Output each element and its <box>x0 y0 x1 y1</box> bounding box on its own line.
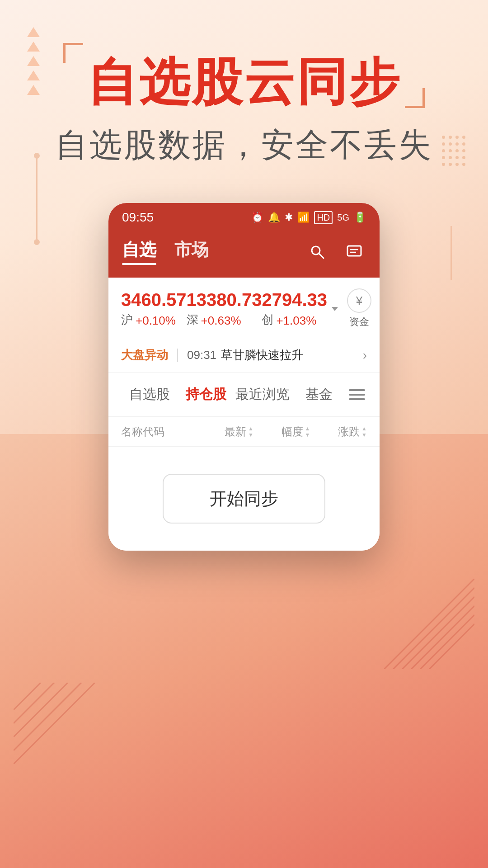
sort-range: ▲▼ <box>305 425 310 438</box>
menu-line-2 <box>349 394 365 396</box>
shanghai-value: 3460.57 <box>121 290 187 310</box>
col-range[interactable]: 幅度 ▲▼ <box>253 425 310 439</box>
message-icon[interactable] <box>343 240 366 264</box>
stock-tab-bar: 自选股 持仓股 最近浏览 基金 <box>108 373 380 417</box>
shanghai-change: +0.10% <box>136 314 176 328</box>
funds-label: 资金 <box>349 315 369 329</box>
shenzhen-value: 13380.73 <box>187 290 262 310</box>
chuangye-value: 2794.33 <box>262 290 327 310</box>
tab-recent[interactable]: 最近浏览 <box>234 382 291 407</box>
search-icon[interactable] <box>305 240 329 264</box>
svg-line-12 <box>319 254 324 258</box>
tab-fund[interactable]: 基金 <box>291 382 347 407</box>
alert-bar[interactable]: 大盘异动 09:31 草甘膦快速拉升 › <box>108 338 380 373</box>
tab-holdings[interactable]: 持仓股 <box>178 382 234 407</box>
sort-change: ▲▼ <box>361 425 367 438</box>
index-chuangye: 2794.33 创 +1.03% <box>262 290 327 328</box>
tab-menu-icon[interactable] <box>347 389 367 400</box>
main-content: 自选股云同步 自选股数据，安全不丢失 09:55 ⏰ 🔔 ✱ 📶 HD 5G 🔋… <box>0 0 488 868</box>
sort-latest: ▲▼ <box>248 425 253 438</box>
alert-tag: 大盘异动 <box>121 347 168 363</box>
network-label: 5G <box>337 212 349 223</box>
chuangye-name: 创 <box>262 312 273 328</box>
alert-divider <box>177 349 178 362</box>
chuangye-change: +1.03% <box>276 314 316 328</box>
menu-line-3 <box>349 398 365 400</box>
index-shanghai: 3460.57 沪 +0.10% <box>121 290 187 328</box>
wifi-icon: 📶 <box>297 212 310 223</box>
market-indices: 3460.57 沪 +0.10% 13380.73 深 +0.63% 2794.… <box>108 278 380 338</box>
funds-button[interactable]: ¥ 资金 <box>347 288 371 329</box>
hd-label: HD <box>314 211 333 224</box>
hero-title: 自选股云同步 <box>36 54 452 110</box>
table-header: 名称代码 最新 ▲▼ 幅度 ▲▼ 涨跌 ▲▼ <box>108 417 380 447</box>
col-latest[interactable]: 最新 ▲▼ <box>197 425 253 439</box>
svg-rect-13 <box>347 246 361 256</box>
phone-mockup: 09:55 ⏰ 🔔 ✱ 📶 HD 5G 🔋 自选 市场 <box>108 203 380 551</box>
notification-icon: 🔔 <box>268 212 280 223</box>
sync-button[interactable]: 开始同步 <box>163 474 325 524</box>
nav-tabs: 自选 市场 <box>122 238 305 265</box>
status-time: 09:55 <box>122 210 154 225</box>
funds-icon: ¥ <box>347 288 371 313</box>
tab-self-select[interactable]: 自选 <box>122 238 156 265</box>
shenzhen-name: 深 <box>187 312 198 328</box>
battery-icon: 🔋 <box>354 212 366 223</box>
sync-section: 开始同步 <box>108 447 380 551</box>
alarm-icon: ⏰ <box>251 212 263 223</box>
tab-market[interactable]: 市场 <box>174 238 209 265</box>
hero-section: 自选股云同步 自选股数据，安全不丢失 <box>0 0 488 185</box>
shanghai-name: 沪 <box>121 312 133 328</box>
indices-actions: ¥ 资金 ≡ 新闻 <box>340 288 380 329</box>
menu-line-1 <box>349 389 365 391</box>
bluetooth-icon: ✱ <box>285 212 293 223</box>
index-shenzhen: 13380.73 深 +0.63% <box>187 290 262 328</box>
hero-subtitle: 自选股数据，安全不丢失 <box>36 123 452 167</box>
col-name: 名称代码 <box>121 425 197 439</box>
alert-arrow-icon: › <box>363 348 367 363</box>
alert-text: 草甘膦快速拉升 <box>221 347 358 363</box>
app-header: 自选 市场 <box>108 229 380 278</box>
alert-time: 09:31 <box>187 348 216 362</box>
svg-marker-16 <box>332 307 338 311</box>
header-icons <box>305 240 366 264</box>
status-bar: 09:55 ⏰ 🔔 ✱ 📶 HD 5G 🔋 <box>108 203 380 229</box>
tab-self-stock[interactable]: 自选股 <box>121 382 178 407</box>
status-icons: ⏰ 🔔 ✱ 📶 HD 5G 🔋 <box>251 211 366 224</box>
col-change[interactable]: 涨跌 ▲▼ <box>310 425 367 439</box>
shenzhen-change: +0.63% <box>201 314 241 328</box>
dropdown-arrow[interactable] <box>330 304 340 314</box>
